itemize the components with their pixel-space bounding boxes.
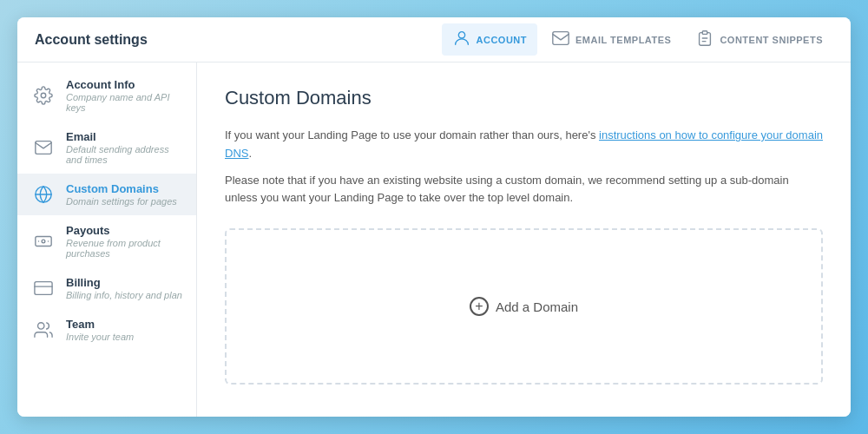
tab-content-snippets[interactable]: CONTENT SNIPPETS	[685, 23, 833, 56]
add-domain-label: Add a Domain	[496, 299, 578, 314]
app-window: Account settings ACCOUNT	[17, 17, 851, 417]
domain-drop-area: + Add a Domain	[225, 228, 823, 385]
app-title: Account settings	[35, 32, 148, 48]
info-paragraph: If you want your Landing Page to use you…	[225, 127, 823, 163]
tab-account[interactable]: ACCOUNT	[442, 23, 538, 56]
content-area: Account Info Company name and API keys E…	[17, 62, 851, 417]
sidebar-item-email-text: Email Default sending address and times	[66, 130, 182, 165]
sidebar-item-payouts[interactable]: Payouts Revenue from product purchases	[17, 215, 196, 267]
sidebar-item-email[interactable]: Email Default sending address and times	[17, 122, 196, 174]
globe-icon	[31, 182, 56, 207]
svg-point-3	[41, 93, 46, 98]
page-title: Custom Domains	[225, 87, 823, 109]
add-domain-icon: +	[470, 297, 489, 316]
info-text-before-link: If you want your Landing Page to use you…	[225, 128, 599, 141]
sidebar-item-billing-sublabel: Billing info, history and plan	[66, 290, 182, 300]
sidebar-item-team-text: Team Invite your team	[66, 318, 134, 342]
info-text-after-link: .	[248, 147, 252, 160]
sidebar-item-team-sublabel: Invite your team	[66, 332, 134, 342]
top-tabs: ACCOUNT EMAIL TEMPLATES	[442, 23, 834, 56]
svg-rect-1	[553, 32, 569, 45]
sidebar-item-billing-text: Billing Billing info, history and plan	[66, 276, 182, 300]
svg-point-0	[458, 32, 464, 38]
cash-icon	[31, 229, 56, 253]
tab-email-templates[interactable]: EMAIL TEMPLATES	[541, 23, 681, 56]
sidebar-item-email-sublabel: Default sending address and times	[66, 144, 182, 165]
sidebar-item-custom-domains[interactable]: Custom Domains Domain settings for pages	[17, 174, 196, 215]
sidebar-item-account-info-text: Account Info Company name and API keys	[66, 78, 182, 113]
sidebar-item-email-label: Email	[66, 130, 182, 143]
svg-rect-8	[35, 282, 52, 295]
main-content: Custom Domains If you want your Landing …	[197, 62, 851, 417]
sidebar-item-account-info[interactable]: Account Info Company name and API keys	[17, 69, 196, 122]
envelope-icon	[31, 135, 56, 160]
add-domain-button[interactable]: + Add a Domain	[470, 297, 578, 316]
svg-rect-2	[703, 31, 708, 35]
gear-icon	[31, 83, 56, 108]
sidebar-item-payouts-sublabel: Revenue from product purchases	[66, 238, 182, 259]
sidebar-item-team-label: Team	[66, 318, 134, 331]
sidebar-item-custom-domains-sublabel: Domain settings for pages	[66, 196, 177, 207]
sidebar-item-team[interactable]: Team Invite your team	[17, 309, 196, 351]
card-icon	[31, 276, 56, 300]
sidebar-item-custom-domains-label: Custom Domains	[66, 182, 177, 195]
top-bar: Account settings ACCOUNT	[17, 17, 851, 62]
sidebar-item-billing-label: Billing	[66, 276, 182, 289]
sidebar-item-account-info-label: Account Info	[66, 78, 182, 91]
tab-content-snippets-label: CONTENT SNIPPETS	[720, 35, 823, 45]
warning-paragraph: Please note that if you have an existing…	[225, 172, 823, 208]
svg-rect-6	[36, 237, 51, 247]
sidebar-item-billing[interactable]: Billing Billing info, history and plan	[17, 267, 196, 309]
content-snippets-icon	[695, 29, 714, 50]
tab-email-templates-label: EMAIL TEMPLATES	[575, 35, 671, 45]
sidebar-item-custom-domains-text: Custom Domains Domain settings for pages	[66, 182, 177, 207]
email-templates-icon	[551, 29, 570, 50]
sidebar-item-payouts-text: Payouts Revenue from product purchases	[66, 224, 182, 259]
svg-point-10	[38, 323, 44, 329]
sidebar: Account Info Company name and API keys E…	[17, 62, 197, 417]
sidebar-item-payouts-label: Payouts	[66, 224, 182, 237]
svg-point-7	[42, 240, 45, 243]
sidebar-item-account-info-sublabel: Company name and API keys	[66, 92, 182, 113]
tab-account-label: ACCOUNT	[477, 35, 528, 45]
account-icon	[452, 29, 471, 50]
people-icon	[31, 318, 56, 342]
